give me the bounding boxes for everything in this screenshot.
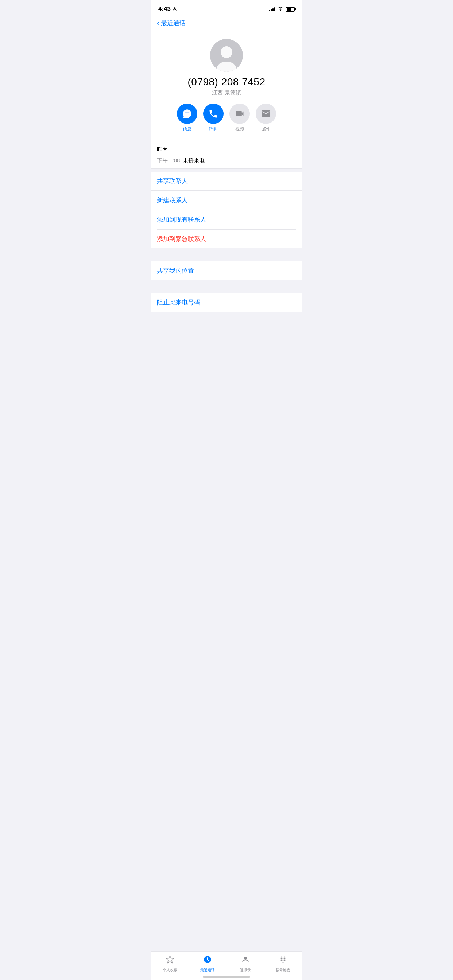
mail-label: 邮件	[262, 126, 270, 132]
spacer-1	[151, 248, 302, 258]
history-day: 昨天	[157, 146, 296, 153]
contact-location: 江西 景德镇	[212, 89, 241, 96]
status-bar: 4:43	[151, 0, 302, 16]
block-caller-item[interactable]: 阻止此来电号码	[151, 293, 302, 312]
status-time: 4:43	[158, 5, 177, 13]
back-label: 最近通话	[161, 19, 186, 27]
back-chevron-icon: ‹	[157, 19, 160, 27]
contact-actions-section: 共享联系人 新建联系人 添加到现有联系人 添加到紧急联系人	[151, 172, 302, 248]
svg-point-2	[221, 46, 232, 58]
block-section: 阻止此来电号码	[151, 293, 302, 312]
new-contact-item[interactable]: 新建联系人	[151, 191, 302, 210]
video-button[interactable]: 视频	[230, 103, 250, 132]
spacer-2	[151, 280, 302, 290]
battery-icon	[286, 7, 295, 12]
history-entry: 下午 1:08 未接来电	[157, 154, 296, 169]
bottom-spacer	[151, 312, 302, 318]
share-location-item[interactable]: 共享我的位置	[151, 261, 302, 280]
mail-button[interactable]: 邮件	[256, 103, 276, 132]
add-emergency-item[interactable]: 添加到紧急联系人	[151, 230, 302, 248]
avatar	[210, 39, 243, 72]
call-icon-bg	[203, 103, 223, 124]
mail-icon-bg	[256, 103, 276, 124]
svg-marker-0	[173, 7, 177, 11]
action-buttons: 信息 呼叫 视频	[177, 103, 276, 132]
message-button[interactable]: 信息	[177, 103, 197, 132]
location-section: 共享我的位置	[151, 261, 302, 280]
message-label: 信息	[183, 126, 191, 132]
message-icon-bg	[177, 103, 197, 124]
video-label: 视频	[235, 126, 244, 132]
video-icon-bg	[230, 103, 250, 124]
status-icons	[269, 6, 295, 12]
wifi-icon	[278, 6, 283, 12]
phone-number: (0798) 208 7452	[187, 76, 265, 88]
share-contact-item[interactable]: 共享联系人	[151, 172, 302, 191]
history-time: 下午 1:08	[157, 157, 180, 164]
call-label: 呼叫	[209, 126, 218, 132]
back-button[interactable]: ‹ 最近通话	[157, 19, 186, 27]
call-history-section: 昨天 下午 1:08 未接来电	[151, 142, 302, 169]
history-status: 未接来电	[183, 157, 205, 164]
signal-icon	[269, 7, 275, 11]
call-button[interactable]: 呼叫	[203, 103, 223, 132]
nav-bar: ‹ 最近通话	[151, 16, 302, 32]
add-existing-item[interactable]: 添加到现有联系人	[151, 210, 302, 229]
contact-card: (0798) 208 7452 江西 景德镇 信息	[151, 32, 302, 142]
